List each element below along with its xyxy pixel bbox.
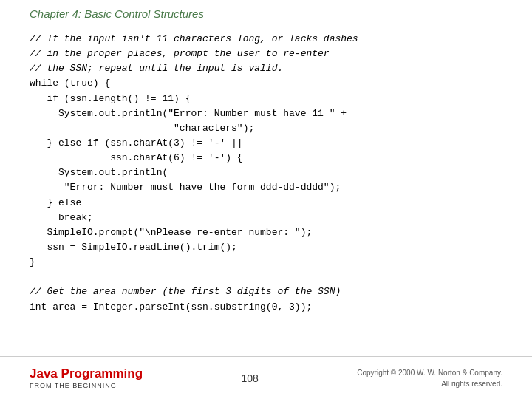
code-comment: // If the input isn't 11 characters long… — [30, 33, 358, 74]
footer-rights: All rights reserved. — [441, 380, 502, 388]
footer-brand: Java Programming — [30, 366, 143, 381]
footer-copy: Copyright © 2000 W. W. Norton & Company.… — [357, 367, 502, 389]
footer: Java Programming FROM THE BEGINNING 108 … — [0, 356, 532, 399]
code-comment-2: // Get the area number (the first 3 digi… — [30, 286, 341, 297]
footer-left: Java Programming FROM THE BEGINNING — [30, 366, 143, 389]
code-block: // If the input isn't 11 characters long… — [30, 32, 502, 315]
slide: Chapter 4: Basic Control Structures // I… — [0, 0, 532, 399]
footer-copyright: Copyright © 2000 W. W. Norton & Company. — [357, 369, 502, 377]
footer-sub: FROM THE BEGINNING — [30, 382, 143, 389]
footer-page: 108 — [241, 372, 258, 384]
chapter-title: Chapter 4: Basic Control Structures — [30, 7, 502, 20]
